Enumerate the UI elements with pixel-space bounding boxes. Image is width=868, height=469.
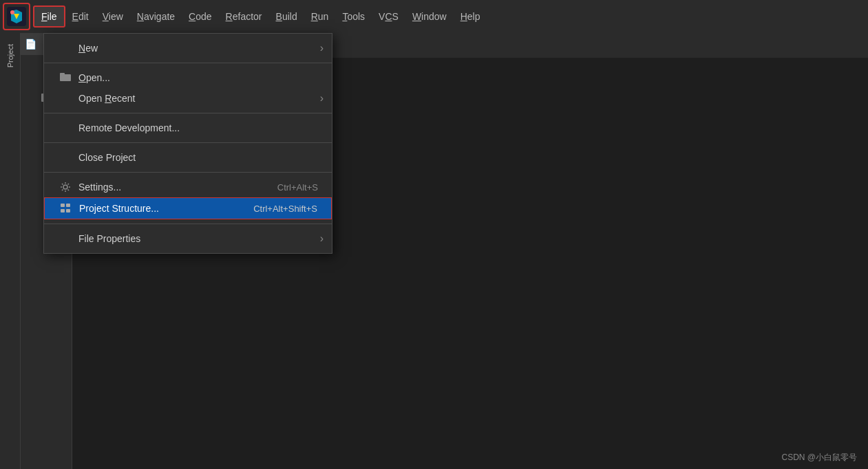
menubar: File Edit View Navigate Code Refactor Bu… [0,0,868,33]
sidebar-vertical: Project [0,33,21,469]
menu-help[interactable]: Help [454,7,487,26]
menu-edit[interactable]: Edit [65,7,96,26]
settings-wrench-icon [58,182,73,192]
menu-item-new[interactable]: New [44,38,332,58]
menu-run[interactable]: Run [304,7,336,26]
menu-code[interactable]: Code [182,7,218,26]
menu-build[interactable]: Build [269,7,304,26]
separator-2 [44,113,332,113]
menu-tools[interactable]: Tools [335,7,372,26]
svg-rect-10 [66,209,70,212]
watermark: CSDN @小白鼠零号 [781,452,857,463]
sidebar-project-label[interactable]: Project [3,39,17,73]
menu-window[interactable]: Window [405,7,454,26]
menu-file[interactable]: File [33,6,65,28]
file-dropdown-menu: New Open... Open Recent Remote Developme… [43,33,332,254]
menu-item-open[interactable]: Open... [44,67,332,88]
menu-item-settings[interactable]: Settings... Ctrl+Alt+S [44,177,332,197]
menu-item-open-recent[interactable]: Open Recent [44,88,332,109]
svg-point-6 [63,185,67,189]
menu-item-project-structure[interactable]: Project Structure... Ctrl+Alt+Shift+S [44,197,332,219]
separator-5 [44,223,332,224]
pycharm-logo-icon [7,7,26,26]
open-folder-icon [58,73,73,83]
menu-item-file-properties[interactable]: File Properties [44,228,332,249]
separator-4 [44,172,332,173]
menu-item-close-project[interactable]: Close Project [44,147,332,168]
menu-view[interactable]: View [96,7,130,26]
separator-3 [44,142,332,143]
app-logo [3,3,30,30]
svg-rect-7 [61,204,65,207]
svg-rect-9 [61,209,65,212]
menu-refactor[interactable]: Refactor [219,7,269,26]
separator-1 [44,63,332,63]
svg-rect-8 [66,204,70,207]
panel-icon-file: 📄 [25,39,36,50]
svg-rect-5 [60,73,65,76]
menu-vcs[interactable]: VCS [372,7,405,26]
project-structure-icon [59,204,74,213]
svg-point-1 [10,10,14,14]
menu-item-remote-dev[interactable]: Remote Development... [44,118,332,138]
menu-navigate[interactable]: Navigate [130,7,182,26]
